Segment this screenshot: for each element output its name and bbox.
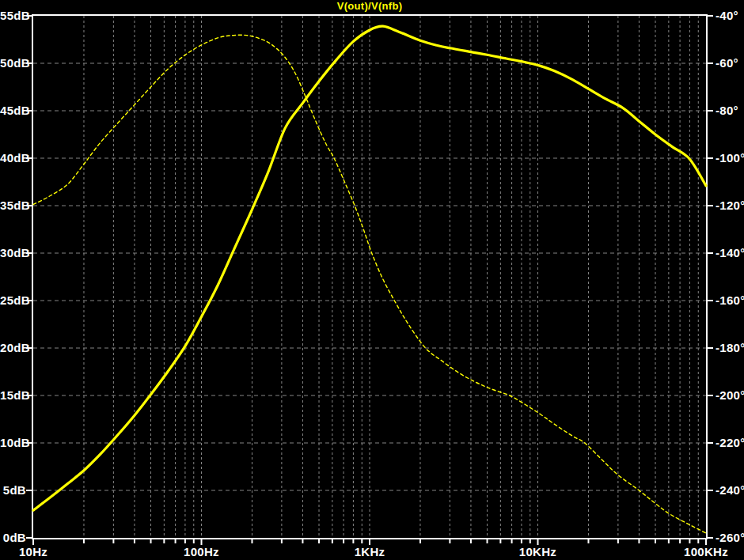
y-right-tick-label: -240° (716, 483, 744, 497)
y-left-tick-label: 30dB (0, 246, 26, 259)
y-right-tick-label: -80° (716, 104, 738, 117)
y-left-tick-label: 0dB (0, 531, 26, 544)
y-right-tick-label: -140° (716, 246, 744, 259)
y-left-tick-label: 50dB (0, 56, 26, 70)
y-left-tick-label: 35dB (0, 199, 26, 212)
y-right-tick-label: -180° (716, 341, 744, 354)
y-left-tick-label: 40dB (0, 151, 26, 165)
y-right-tick-label: -200° (716, 388, 744, 402)
y-right-tick-label: -260° (716, 531, 744, 544)
x-tick-label: 1KHz (330, 545, 409, 558)
bode-plot-canvas (0, 0, 744, 560)
y-left-tick-label: 25dB (0, 293, 26, 307)
y-right-tick-label: -160° (716, 293, 744, 307)
y-left-tick-label: 15dB (0, 388, 26, 402)
y-right-tick-label: -100° (716, 151, 744, 165)
x-tick-label: 100Hz (162, 545, 241, 558)
y-right-tick-label: -40° (716, 9, 738, 22)
y-right-tick-label: -220° (716, 436, 744, 449)
y-left-tick-label: 5dB (0, 483, 26, 497)
x-tick-label: 10Hz (0, 545, 73, 558)
x-tick-label: 10KHz (499, 545, 578, 558)
x-tick-label: 100KHz (666, 545, 744, 558)
y-left-tick-label: 10dB (0, 436, 26, 449)
plot-title: V(out)/V(nfb) (33, 0, 706, 12)
y-right-tick-label: -120° (716, 199, 744, 212)
y-right-tick-label: -60° (716, 56, 738, 70)
y-left-tick-label: 20dB (0, 341, 26, 354)
plot-pane: V(out)/V(nfb) 55dB50dB45dB40dB35dB30dB25… (0, 0, 744, 560)
y-left-tick-label: 55dB (0, 9, 26, 22)
y-left-tick-label: 45dB (0, 104, 26, 117)
